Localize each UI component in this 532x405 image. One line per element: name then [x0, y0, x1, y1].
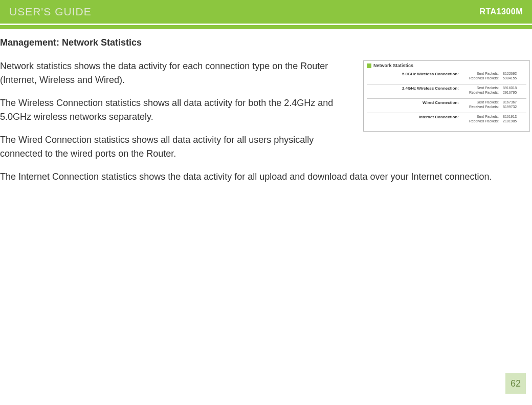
sent-label: Sent Packets:	[463, 100, 499, 105]
fig-section: 2.4GHz Wireless Connection: Sent Packets…	[367, 84, 526, 99]
figure-body: 5.0GHz Wireless Connection: Sent Packets…	[367, 70, 526, 127]
recv-label: Received Packets:	[463, 76, 499, 81]
paragraph: The Wired Connection statistics shows al…	[0, 133, 348, 161]
recv-label: Received Packets:	[463, 91, 499, 95]
recv-value: 5984155	[503, 76, 526, 81]
recv-label: Received Packets:	[463, 119, 499, 124]
network-statistics-figure: Network Statistics 5.0GHz Wireless Conne…	[363, 60, 530, 132]
recv-value: 2101985	[503, 119, 526, 124]
conn-label: 2.4GHz Wireless Connection:	[397, 86, 459, 91]
product-model: RTA1300M	[479, 7, 523, 16]
conn-label: Wired Connection:	[397, 100, 459, 105]
fig-section: Internet Connection: Sent Packets: 81619…	[367, 113, 526, 127]
sent-value: 8161913	[503, 115, 526, 119]
paragraph: The Internet Connection statistics shows…	[0, 170, 530, 184]
section-title: Management: Network Statistics	[0, 37, 530, 48]
page-content: Management: Network Statistics Network S…	[0, 28, 532, 193]
conn-label: 5.0GHz Wireless Connection:	[397, 72, 459, 76]
banner-inner: USER'S GUIDE RTA1300M	[0, 0, 532, 24]
figure-heading: Network Statistics	[367, 63, 526, 68]
paragraph: Network statistics shows the data activi…	[0, 59, 348, 87]
paragraph: The Wireless Connection statistics shows…	[0, 96, 348, 124]
recv-label: Received Packets:	[463, 105, 499, 110]
sent-value: 8167367	[503, 100, 526, 105]
conn-label: Internet Connection:	[397, 115, 459, 119]
recv-value: 2916795	[503, 91, 526, 95]
square-icon	[367, 63, 371, 68]
sent-value: 8122692	[503, 72, 526, 76]
fig-section: 5.0GHz Wireless Connection: Sent Packets…	[367, 70, 526, 84]
sent-label: Sent Packets:	[463, 72, 499, 76]
fig-section: Wired Connection: Sent Packets: 8167367 …	[367, 99, 526, 113]
guide-title: USER'S GUIDE	[9, 6, 92, 18]
recv-value: 8199732	[503, 105, 526, 110]
sent-label: Sent Packets:	[463, 86, 499, 91]
header-banner: USER'S GUIDE RTA1300M	[0, 0, 532, 28]
figure-heading-text: Network Statistics	[373, 63, 413, 68]
sent-value: 8916018	[503, 86, 526, 91]
sent-label: Sent Packets:	[463, 115, 499, 119]
page-number: 62	[505, 373, 526, 394]
